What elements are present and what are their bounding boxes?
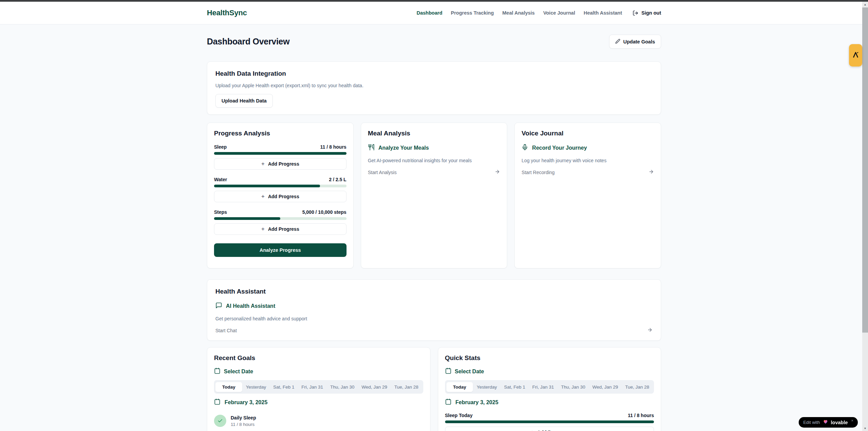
badge-close-icon[interactable]: × bbox=[851, 418, 853, 423]
utensils-icon bbox=[368, 144, 375, 152]
quick-stats-add-progress-button[interactable]: + Add Progress bbox=[445, 427, 654, 431]
meal-analysis-card: Meal Analysis Analyze Your Meals Get AI-… bbox=[361, 123, 508, 268]
scrollbar-down-arrow[interactable]: ▼ bbox=[862, 426, 868, 431]
check-circle-icon bbox=[214, 415, 226, 427]
voice-journal-title: Voice Journal bbox=[521, 130, 654, 137]
add-water-progress-button[interactable]: + Add Progress bbox=[214, 191, 347, 202]
scrollbar-thumb[interactable] bbox=[862, 7, 868, 333]
recent-goals-title: Recent Goals bbox=[214, 354, 423, 362]
tab-fri-jan-31[interactable]: Fri, Jan 31 bbox=[529, 382, 557, 392]
goal-item-value: 11 / 8 hours bbox=[231, 422, 256, 427]
start-analysis-action[interactable]: Start Analysis bbox=[368, 169, 500, 175]
steps-value: 5,000 / 10,000 steps bbox=[302, 209, 347, 215]
sign-out-button[interactable]: Sign out bbox=[633, 10, 661, 16]
main-nav: Dashboard Progress Tracking Meal Analysi… bbox=[417, 10, 661, 16]
plus-icon: + bbox=[261, 193, 265, 199]
recent-goals-date-tabs: Today Yesterday Sat, Feb 1 Fri, Jan 31 T… bbox=[214, 380, 423, 394]
tab-fri-jan-31[interactable]: Fri, Jan 31 bbox=[298, 382, 326, 392]
health-data-title: Health Data Integration bbox=[215, 70, 653, 77]
tab-thu-jan-30[interactable]: Thu, Jan 30 bbox=[558, 382, 589, 392]
plus-icon: + bbox=[261, 226, 265, 232]
browser-top-strip bbox=[0, 0, 868, 2]
page-title: Dashboard Overview bbox=[207, 37, 289, 46]
add-sleep-progress-button[interactable]: + Add Progress bbox=[214, 158, 347, 170]
nav-dashboard[interactable]: Dashboard bbox=[417, 10, 442, 16]
start-chat-action[interactable]: Start Chat bbox=[215, 327, 653, 334]
nav-voice-journal[interactable]: Voice Journal bbox=[543, 10, 575, 16]
scrollbar-up-arrow[interactable]: ▲ bbox=[862, 2, 868, 7]
calendar-icon bbox=[445, 368, 451, 375]
health-assistant-title: Health Assistant bbox=[215, 288, 653, 295]
recent-goals-selected-date: February 3, 2025 bbox=[214, 398, 423, 406]
arrow-right-icon bbox=[647, 327, 653, 334]
ai-health-assistant-link[interactable]: AI Health Assistant bbox=[215, 302, 653, 310]
upload-health-data-button[interactable]: Upload Health Data bbox=[215, 94, 273, 108]
add-steps-progress-button[interactable]: + Add Progress bbox=[214, 223, 347, 235]
tab-tue-jan-28[interactable]: Tue, Jan 28 bbox=[391, 382, 422, 392]
meal-analysis-description: Get AI-powered nutritional insights for … bbox=[368, 158, 500, 163]
health-assistant-card: Health Assistant AI Health Assistant Get… bbox=[207, 279, 661, 341]
tab-wed-jan-29[interactable]: Wed, Jan 29 bbox=[589, 382, 622, 392]
nav-meal-analysis[interactable]: Meal Analysis bbox=[502, 10, 535, 16]
log-out-icon bbox=[633, 10, 638, 16]
water-goal-block: Water 2 / 2.5 L + Add Progress bbox=[214, 177, 347, 202]
calendar-icon bbox=[214, 398, 220, 406]
calendar-icon bbox=[214, 368, 220, 375]
sleep-progress-bar bbox=[214, 152, 347, 155]
sleep-goal-block: Sleep 11 / 8 hours + Add Progress bbox=[214, 144, 347, 170]
health-data-description: Upload your Apple Health export (export.… bbox=[215, 83, 653, 88]
quick-stats-title: Quick Stats bbox=[445, 354, 654, 362]
edit-with-lovable-badge[interactable]: Edit with lovable × bbox=[799, 417, 858, 428]
tab-sat-feb-1[interactable]: Sat, Feb 1 bbox=[501, 382, 529, 392]
heart-icon bbox=[823, 419, 828, 426]
vertical-scrollbar[interactable]: ▲ ▼ bbox=[862, 2, 868, 431]
health-data-integration-card: Health Data Integration Upload your Appl… bbox=[207, 61, 661, 115]
tab-today[interactable]: Today bbox=[446, 382, 473, 392]
tab-yesterday[interactable]: Yesterday bbox=[473, 382, 500, 392]
nav-progress-tracking[interactable]: Progress Tracking bbox=[451, 10, 494, 16]
tab-thu-jan-30[interactable]: Thu, Jan 30 bbox=[327, 382, 358, 392]
lovable-logo-icon bbox=[852, 51, 860, 60]
tab-today[interactable]: Today bbox=[215, 382, 242, 392]
quick-stats-card: Quick Stats Select Date Today Yesterday … bbox=[438, 347, 661, 431]
app-header: HealthSync Dashboard Progress Tracking M… bbox=[0, 2, 868, 24]
sleep-label: Sleep bbox=[214, 144, 227, 150]
water-label: Water bbox=[214, 177, 227, 182]
voice-journal-description: Log your health journey with voice notes bbox=[521, 158, 654, 163]
update-goals-button[interactable]: Update Goals bbox=[609, 35, 661, 49]
nav-health-assistant[interactable]: Health Assistant bbox=[584, 10, 622, 16]
microphone-icon bbox=[521, 144, 528, 152]
goal-item-name: Daily Sleep bbox=[231, 415, 256, 420]
tab-sat-feb-1[interactable]: Sat, Feb 1 bbox=[270, 382, 298, 392]
steps-progress-bar bbox=[214, 217, 347, 220]
arrow-right-icon bbox=[649, 169, 654, 175]
steps-goal-block: Steps 5,000 / 10,000 steps + Add Progres… bbox=[214, 209, 347, 235]
analyze-progress-button[interactable]: Analyze Progress bbox=[214, 243, 347, 257]
tab-wed-jan-29[interactable]: Wed, Jan 29 bbox=[358, 382, 391, 392]
app-logo[interactable]: HealthSync bbox=[207, 8, 247, 17]
water-progress-bar bbox=[214, 185, 347, 187]
goal-list-item: Daily Sleep 11 / 8 hours bbox=[214, 415, 423, 427]
plus-icon: + bbox=[530, 429, 534, 431]
sleep-today-progress-bar bbox=[445, 420, 654, 423]
meal-analysis-title: Meal Analysis bbox=[368, 130, 500, 137]
progress-analysis-title: Progress Analysis bbox=[214, 130, 347, 137]
record-your-journey-link[interactable]: Record Your Journey bbox=[521, 144, 654, 152]
sleep-today-label: Sleep Today bbox=[445, 413, 473, 418]
tab-yesterday[interactable]: Yesterday bbox=[243, 382, 270, 392]
lovable-edit-fab[interactable] bbox=[849, 44, 862, 67]
tab-tue-jan-28[interactable]: Tue, Jan 28 bbox=[622, 382, 653, 392]
quick-stats-date-tabs: Today Yesterday Sat, Feb 1 Fri, Jan 31 T… bbox=[445, 380, 654, 394]
plus-icon: + bbox=[261, 161, 265, 167]
voice-journal-card: Voice Journal Record Your Journey Log yo… bbox=[514, 123, 661, 268]
recent-goals-select-date[interactable]: Select Date bbox=[214, 368, 423, 375]
sleep-today-stat: Sleep Today 11 / 8 hours + Add Progress bbox=[445, 413, 654, 431]
sleep-today-value: 11 / 8 hours bbox=[628, 413, 654, 418]
calendar-icon bbox=[445, 398, 451, 406]
chat-bubble-icon bbox=[215, 302, 222, 310]
pencil-icon bbox=[615, 39, 620, 45]
start-recording-action[interactable]: Start Recording bbox=[521, 169, 654, 175]
water-value: 2 / 2.5 L bbox=[329, 177, 346, 182]
quick-stats-select-date[interactable]: Select Date bbox=[445, 368, 654, 375]
analyze-your-meals-link[interactable]: Analyze Your Meals bbox=[368, 144, 500, 152]
